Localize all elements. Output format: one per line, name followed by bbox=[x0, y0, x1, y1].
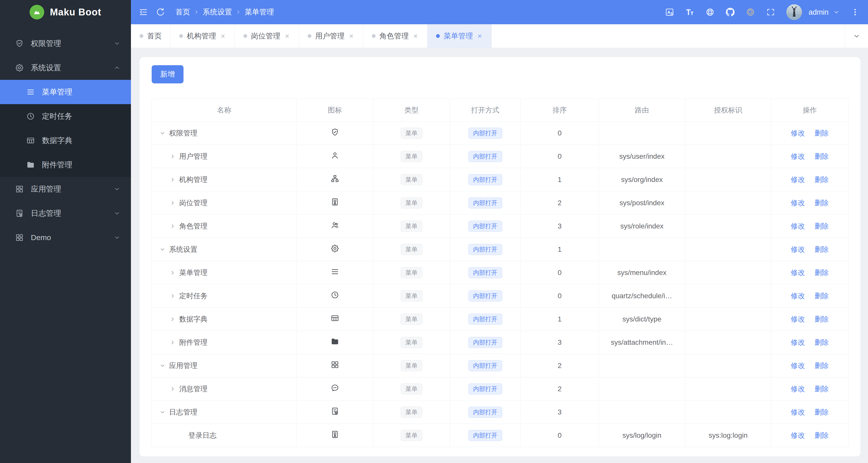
menu-name: 数据字典 bbox=[179, 314, 208, 324]
sidebar-item-4[interactable]: Demo bbox=[0, 225, 131, 250]
cell-name: 角色管理 bbox=[152, 215, 297, 238]
sidebar-item-3[interactable]: 日志管理 bbox=[0, 201, 131, 225]
tab-2[interactable]: 岗位管理 bbox=[235, 24, 299, 48]
column-header-6: 授权标识 bbox=[685, 99, 771, 122]
globe-icon[interactable] bbox=[706, 7, 715, 17]
tab-1[interactable]: 机构管理 bbox=[170, 24, 235, 48]
edit-link[interactable]: 修改 bbox=[791, 199, 805, 207]
tree-expand-icon[interactable] bbox=[159, 130, 165, 136]
open-mode-tag: 内部打开 bbox=[468, 407, 502, 418]
tree-expand-icon[interactable] bbox=[169, 200, 176, 206]
breadcrumb-item-0[interactable]: 首页 bbox=[176, 7, 190, 17]
tree-expand-icon[interactable] bbox=[159, 246, 165, 252]
cell-type: 菜单 bbox=[373, 191, 450, 215]
cell-operations: 修改删除 bbox=[771, 238, 848, 261]
close-icon[interactable] bbox=[284, 33, 290, 39]
sidebar-item-0[interactable]: 权限管理 bbox=[0, 31, 131, 56]
cell-sort: 0 bbox=[521, 261, 599, 284]
edit-link[interactable]: 修改 bbox=[791, 315, 805, 323]
close-icon[interactable] bbox=[477, 33, 483, 39]
delete-link[interactable]: 删除 bbox=[815, 431, 829, 439]
delete-link[interactable]: 删除 bbox=[815, 315, 829, 323]
tree-expand-icon[interactable] bbox=[169, 386, 176, 392]
sidebar-subitem-0[interactable]: 菜单管理 bbox=[0, 80, 131, 104]
tree-expand-icon[interactable] bbox=[169, 316, 176, 322]
clock-icon bbox=[26, 112, 35, 121]
close-icon[interactable] bbox=[412, 33, 418, 39]
cell-route: sys/org/index bbox=[599, 168, 685, 191]
cell-route: sys/attachment/in… bbox=[599, 331, 685, 354]
sidebar-subitem-3[interactable]: 附件管理 bbox=[0, 153, 131, 177]
close-icon[interactable] bbox=[348, 33, 354, 39]
edit-link[interactable]: 修改 bbox=[791, 129, 805, 137]
chat-bubble-icon bbox=[331, 383, 339, 392]
cell-sort: 2 bbox=[521, 377, 599, 401]
username-label[interactable]: admin bbox=[809, 8, 829, 17]
tree-expand-icon[interactable] bbox=[169, 339, 176, 345]
folder-filled-icon bbox=[331, 337, 339, 346]
tree-expand-icon[interactable] bbox=[169, 223, 176, 229]
edit-link[interactable]: 修改 bbox=[791, 362, 805, 369]
delete-link[interactable]: 删除 bbox=[815, 292, 829, 300]
sidebar-item-2[interactable]: 应用管理 bbox=[0, 177, 131, 201]
breadcrumb-item-1[interactable]: 系统设置 bbox=[203, 7, 232, 17]
delete-link[interactable]: 删除 bbox=[815, 129, 829, 137]
collapse-icon[interactable] bbox=[138, 7, 148, 17]
delete-link[interactable]: 删除 bbox=[815, 176, 829, 183]
delete-link[interactable]: 删除 bbox=[815, 385, 829, 393]
edit-link[interactable]: 修改 bbox=[791, 245, 805, 253]
edit-link[interactable]: 修改 bbox=[791, 338, 805, 346]
sidebar-item-1[interactable]: 系统设置 bbox=[0, 56, 131, 80]
delete-link[interactable]: 删除 bbox=[815, 408, 829, 416]
type-tag: 菜单 bbox=[401, 244, 422, 255]
tree-expand-icon[interactable] bbox=[169, 177, 176, 183]
sidebar-subitem-1[interactable]: 定时任务 bbox=[0, 104, 131, 128]
fullscreen-icon[interactable] bbox=[766, 7, 775, 17]
edit-link[interactable]: 修改 bbox=[791, 269, 805, 276]
tree-expand-icon[interactable] bbox=[169, 153, 176, 159]
edit-link[interactable]: 修改 bbox=[791, 408, 805, 416]
tab-0[interactable]: 首页 bbox=[131, 24, 170, 48]
close-icon[interactable] bbox=[220, 33, 226, 39]
tree-expand-icon[interactable] bbox=[169, 293, 176, 299]
delete-link[interactable]: 删除 bbox=[815, 338, 829, 346]
edit-link[interactable]: 修改 bbox=[791, 176, 805, 183]
refresh-icon[interactable] bbox=[156, 7, 165, 17]
breadcrumb-item-2[interactable]: 菜单管理 bbox=[245, 7, 274, 17]
menu-name: 系统设置 bbox=[169, 245, 197, 254]
delete-link[interactable]: 删除 bbox=[815, 199, 829, 207]
delete-link[interactable]: 删除 bbox=[815, 362, 829, 369]
delete-link[interactable]: 删除 bbox=[815, 222, 829, 230]
sidebar-subitem-2[interactable]: 数据字典 bbox=[0, 128, 131, 153]
github-icon[interactable] bbox=[726, 7, 735, 17]
open-mode-tag: 内部打开 bbox=[468, 197, 502, 209]
edit-link[interactable]: 修改 bbox=[791, 152, 805, 160]
edit-link[interactable]: 修改 bbox=[791, 431, 805, 439]
delete-link[interactable]: 删除 bbox=[815, 245, 829, 253]
avatar[interactable] bbox=[786, 4, 802, 20]
tabs-dropdown-button[interactable] bbox=[845, 24, 868, 48]
tree-expand-icon[interactable] bbox=[159, 363, 165, 369]
cell-route: sys/dict/type bbox=[599, 308, 685, 331]
translate-icon[interactable] bbox=[665, 7, 674, 17]
tab-3[interactable]: 用户管理 bbox=[299, 24, 363, 48]
delete-link[interactable]: 删除 bbox=[815, 269, 829, 276]
tab-5[interactable]: 菜单管理 bbox=[427, 24, 492, 48]
sidebar-item-label: Demo bbox=[31, 233, 114, 242]
tree-expand-icon[interactable] bbox=[159, 409, 165, 415]
chevron-down-icon bbox=[114, 186, 120, 192]
delete-link[interactable]: 删除 bbox=[815, 152, 829, 160]
add-button[interactable]: 新增 bbox=[152, 65, 184, 84]
tree-expand-icon[interactable] bbox=[169, 270, 176, 276]
edit-link[interactable]: 修改 bbox=[791, 292, 805, 300]
open-mode-tag: 内部打开 bbox=[468, 128, 502, 139]
open-mode-tag: 内部打开 bbox=[468, 290, 502, 302]
kebab-icon[interactable] bbox=[851, 8, 859, 17]
table-row: 权限管理菜单内部打开0修改删除 bbox=[152, 122, 848, 145]
edit-link[interactable]: 修改 bbox=[791, 222, 805, 230]
chevron-down-icon[interactable] bbox=[833, 9, 840, 16]
gitee-icon[interactable] bbox=[746, 7, 755, 17]
tab-4[interactable]: 角色管理 bbox=[363, 24, 427, 48]
edit-link[interactable]: 修改 bbox=[791, 385, 805, 393]
font-size-icon[interactable] bbox=[685, 7, 694, 17]
